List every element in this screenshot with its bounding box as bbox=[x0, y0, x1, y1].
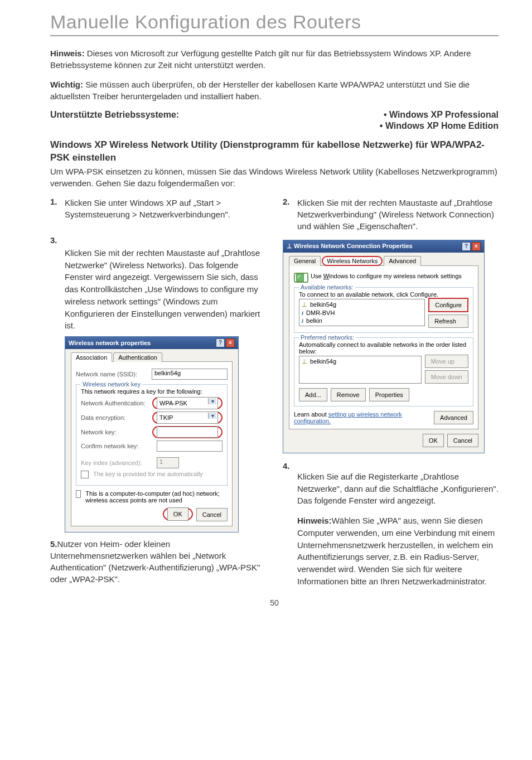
enc-label: Data encryption: bbox=[81, 414, 149, 421]
add-button[interactable]: Add... bbox=[299, 388, 327, 401]
preferred-note: Automatically connect to available netwo… bbox=[299, 341, 468, 355]
hint2-text: Wählen Sie „WPA" aus, wenn Sie diesen Co… bbox=[297, 516, 495, 586]
tab-general[interactable]: General bbox=[289, 256, 321, 266]
help-icon[interactable]: ? bbox=[216, 338, 225, 347]
refresh-button[interactable]: Refresh bbox=[428, 314, 468, 328]
os-item-2: • Windows XP Home Edition bbox=[380, 121, 499, 131]
hint2-label: Hinweis: bbox=[297, 516, 332, 525]
wichtig-label: Wichtig: bbox=[50, 80, 83, 89]
keyidx-input: 1 bbox=[157, 457, 179, 468]
auth-label: Network Authentication: bbox=[81, 400, 149, 406]
cancel-button[interactable]: Cancel bbox=[196, 508, 228, 521]
ok-circle-annotation: OK bbox=[163, 508, 193, 520]
hinweis-label: Hinweis: bbox=[50, 49, 85, 58]
step2-text: Klicken Sie mit der rechten Maustaste au… bbox=[297, 197, 499, 232]
available-legend: Available networks: bbox=[299, 284, 355, 291]
adhoc-checkbox[interactable] bbox=[76, 490, 81, 498]
section-heading: Windows XP Wireless Network Utility (Die… bbox=[50, 139, 499, 164]
step1-text: Klicken Sie unter Windows XP auf „Start … bbox=[65, 197, 266, 220]
wireless-properties-dialog: Wireless network properties ?× Associati… bbox=[65, 336, 239, 533]
list-item: ibelkin bbox=[301, 317, 423, 325]
signal-icon: ⊥ bbox=[302, 301, 307, 308]
ssid-input[interactable]: belkin54g bbox=[152, 369, 228, 380]
list-item: ⊥belkin54g bbox=[301, 301, 423, 309]
available-note: To connect to an available network, clic… bbox=[299, 291, 468, 298]
step4-num: 4. bbox=[283, 461, 293, 471]
netkey-circle-annotation bbox=[152, 426, 223, 438]
movedown-button: Move down bbox=[425, 370, 468, 384]
dialog2-title: Wireless Network Connection Properties bbox=[294, 243, 413, 249]
ssid-label: Network name (SSID): bbox=[76, 371, 148, 377]
netkey-label: Network key: bbox=[81, 429, 149, 435]
tab-association[interactable]: Association bbox=[71, 352, 112, 362]
page-number: 50 bbox=[50, 598, 499, 607]
wireless-key-note: This network requires a key for the foll… bbox=[81, 388, 223, 395]
os-item-1: • Windows XP Professional bbox=[384, 110, 499, 120]
preferred-networks-list[interactable]: ⊥belkin54g bbox=[299, 356, 422, 384]
info-icon: i bbox=[302, 309, 303, 316]
antenna-icon: ⊥ bbox=[287, 243, 292, 249]
step3-num: 3. bbox=[50, 235, 60, 245]
auth-select[interactable]: WPA-PSK bbox=[157, 397, 218, 409]
step5-text: Nutzer von Heim- oder kleinen Unternehme… bbox=[50, 539, 260, 584]
section-intro: Um WPA-PSK einsetzen zu können, müssen S… bbox=[50, 166, 499, 189]
enc-select[interactable]: TKIP bbox=[157, 412, 218, 424]
use-windows-checkbox[interactable] bbox=[296, 274, 304, 282]
tab-advanced[interactable]: Advanced bbox=[384, 256, 421, 266]
step5-num: 5. bbox=[50, 539, 57, 549]
ok-button[interactable]: OK bbox=[167, 507, 188, 521]
info-icon: i bbox=[302, 317, 303, 324]
preferred-legend: Preferred networks: bbox=[299, 334, 356, 341]
close-icon[interactable]: × bbox=[226, 338, 235, 347]
step2-num: 2. bbox=[283, 197, 293, 232]
enc-circle-annotation: TKIP bbox=[152, 412, 223, 424]
confirm-input[interactable] bbox=[157, 440, 223, 452]
autokey-checkbox bbox=[81, 471, 89, 478]
title-rule bbox=[50, 35, 499, 36]
step5-paragraph: 5.Nutzer von Heim- oder kleinen Unterneh… bbox=[50, 538, 266, 585]
wireless-key-legend: Wireless network key bbox=[81, 381, 142, 388]
close-icon[interactable]: × bbox=[472, 242, 481, 251]
available-networks-list[interactable]: ⊥belkin54g iDMR-BVH ibelkin bbox=[299, 299, 425, 326]
keyidx-label: Key index (advanced): bbox=[81, 459, 153, 466]
ok-button[interactable]: OK bbox=[423, 434, 444, 447]
cancel-button[interactable]: Cancel bbox=[447, 434, 478, 447]
dialog2-titlebar-icons: ?× bbox=[461, 242, 481, 251]
wichtig-paragraph: Wichtig: Sie müssen auch überprüfen, ob … bbox=[50, 79, 499, 102]
wichtig-text: Sie müssen auch überprüfen, ob der Herst… bbox=[50, 80, 470, 101]
confirm-label: Confirm network key: bbox=[81, 443, 153, 449]
list-item: iDMR-BVH bbox=[301, 309, 423, 317]
dialog1-title: Wireless network properties bbox=[69, 340, 151, 346]
advanced-button[interactable]: Advanced bbox=[434, 411, 473, 424]
help-icon[interactable]: ? bbox=[462, 242, 471, 251]
step3-text: Klicken Sie mit der rechten Maustaste au… bbox=[65, 247, 266, 332]
signal-icon: ⊥ bbox=[302, 358, 307, 365]
dialog1-titlebar-icons: ?× bbox=[215, 338, 235, 347]
auth-circle-annotation: WPA-PSK bbox=[152, 397, 223, 409]
os-heading: Unterstützte Betriebssysteme: bbox=[50, 110, 179, 120]
hinweis-text: Dieses von Microsoft zur Verfügung geste… bbox=[50, 49, 471, 70]
connection-properties-dialog: ⊥ Wireless Network Connection Properties… bbox=[283, 240, 485, 453]
learn-pre: Learn about bbox=[294, 411, 328, 418]
autokey-label: The key is provided for me automatically bbox=[93, 471, 203, 477]
configure-button[interactable]: Configure bbox=[428, 298, 468, 312]
tab-authentication[interactable]: Authentication bbox=[113, 352, 162, 362]
hinweis-paragraph: Hinweis: Dieses von Microsoft zur Verfüg… bbox=[50, 47, 499, 71]
moveup-button: Move up bbox=[425, 355, 468, 368]
netkey-input[interactable] bbox=[157, 427, 218, 438]
properties-button[interactable]: Properties bbox=[369, 388, 409, 401]
use-windows-label: Use Windows to configure my wireless net… bbox=[311, 273, 462, 279]
step4-text: Klicken Sie auf die Registerkarte „Draht… bbox=[297, 471, 499, 507]
step1-num: 1. bbox=[50, 197, 60, 220]
tab-wireless-networks[interactable]: Wireless Networks bbox=[322, 256, 383, 266]
checkbox-annotation bbox=[294, 273, 308, 283]
list-item: ⊥belkin54g bbox=[301, 357, 420, 366]
remove-button[interactable]: Remove bbox=[331, 388, 366, 401]
adhoc-label: This is a computer-to-computer (ad hoc) … bbox=[85, 490, 228, 504]
page-title: Manuelle Konfiguration des Routers bbox=[50, 11, 499, 33]
